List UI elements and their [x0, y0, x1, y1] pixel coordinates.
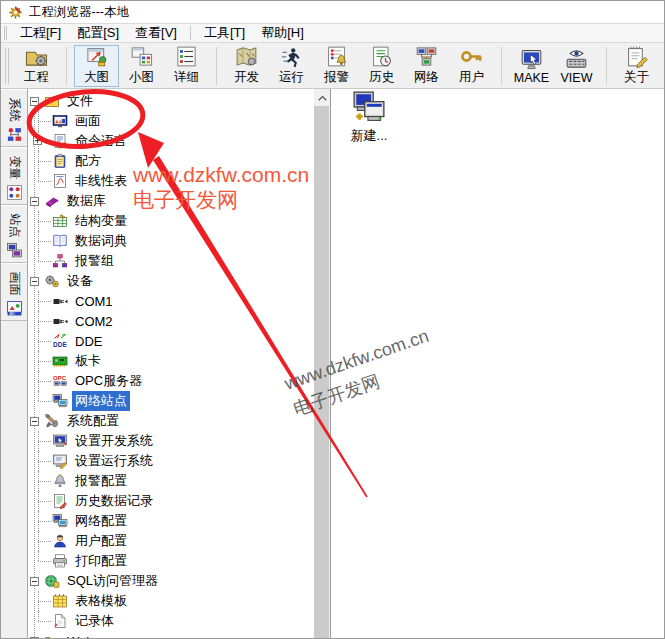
- toolbar-button-network[interactable]: 网络: [404, 45, 449, 87]
- tree-item-label: 设置运行系统: [72, 451, 156, 471]
- toolbar-button-details[interactable]: 详细: [164, 45, 209, 87]
- tree-connector: [38, 361, 51, 362]
- view-icon: [565, 47, 588, 70]
- tree-connector: [38, 551, 39, 561]
- network-icon: [415, 45, 438, 68]
- tree-item-network-config[interactable]: 网络配置: [28, 511, 314, 531]
- toolbar-button-run[interactable]: 运行: [269, 45, 314, 87]
- board-icon: [52, 353, 68, 369]
- scrollbar-thumb[interactable]: [314, 106, 329, 639]
- tab-station-icon: [6, 242, 23, 259]
- tree-item-run-system[interactable]: 设置运行系统: [28, 451, 314, 471]
- svg-text:DDE: DDE: [53, 341, 67, 348]
- tree-item-record-body[interactable]: 记录体: [28, 611, 314, 631]
- side-tab-station[interactable]: 站点: [1, 205, 27, 263]
- toolbar-button-label: VIEW: [561, 71, 593, 85]
- menu-items: 工程[F]配置[S]查看[V]工具[T]帮助[H]: [12, 23, 312, 43]
- tree-item-label: 表格模板: [72, 591, 130, 611]
- tree-item-label: 配方: [72, 151, 104, 171]
- expand-minus-icon[interactable]: [30, 97, 39, 106]
- tree-item-dev-system[interactable]: 设置开发系统: [28, 431, 314, 451]
- expand-minus-icon[interactable]: [30, 417, 39, 426]
- tree-item-board-card[interactable]: 板卡: [28, 351, 314, 371]
- tree-item-web[interactable]: Web: [28, 631, 314, 639]
- expand-minus-icon[interactable]: [30, 577, 39, 586]
- toolbar-button-label: 历史: [369, 69, 394, 86]
- tree-item-history-record[interactable]: 历史数据记录: [28, 491, 314, 511]
- tree-item-com2[interactable]: COM2: [28, 311, 314, 331]
- content-item-new-station[interactable]: 新建...: [337, 90, 401, 145]
- tree-item-label: 文件: [64, 91, 96, 111]
- tree-item-table-template[interactable]: 表格模板: [28, 591, 314, 611]
- tree-scrollbar[interactable]: [314, 89, 331, 639]
- content-pane: 新建...: [333, 89, 664, 639]
- tree-item-com1[interactable]: COM1: [28, 291, 314, 311]
- toolbar-button-project[interactable]: 工程: [14, 45, 59, 87]
- toolbar-button-make[interactable]: MAKE: [509, 45, 554, 87]
- tree-connector: [38, 561, 51, 562]
- structvar-icon: [52, 213, 68, 229]
- tree-item-user-config[interactable]: 用户配置: [28, 531, 314, 551]
- svg-text:OPC: OPC: [53, 375, 67, 381]
- toolbar-button-user[interactable]: 用户: [449, 45, 494, 87]
- toolbar-separator: [501, 47, 502, 85]
- tree-item-data-dictionary[interactable]: 数据词典: [28, 231, 314, 251]
- tree-item-file[interactable]: 文件: [28, 91, 314, 111]
- toolbar-button-small-icons[interactable]: 小图: [119, 45, 164, 87]
- tree-item-struct-variable[interactable]: 结构变量: [28, 211, 314, 231]
- side-tab-variable[interactable]: 变量: [1, 147, 27, 205]
- tree-item-alarm-config[interactable]: 报警配置: [28, 471, 314, 491]
- tree-item-opc-server[interactable]: OPCOPC服务器: [28, 371, 314, 391]
- side-tab-label: 站点: [6, 213, 23, 237]
- side-tab-screen[interactable]: 画面ABC: [1, 263, 27, 321]
- user-icon: [460, 45, 483, 68]
- toolbar-button-label: 小图: [129, 69, 154, 86]
- tree-item-database[interactable]: 数据库: [28, 191, 314, 211]
- tree-item-label: 报警组: [72, 251, 117, 271]
- menu-item-config[interactable]: 配置[S]: [69, 23, 127, 43]
- tree-connector: [38, 461, 51, 462]
- tree-item-label: 命令语言: [72, 131, 130, 151]
- tree-connector: [38, 251, 39, 261]
- expand-minus-icon[interactable]: [30, 277, 39, 286]
- menu-item-view[interactable]: 查看[V]: [127, 23, 185, 43]
- tree-item-command-language[interactable]: 命令语言: [28, 131, 314, 151]
- tree-item-system-config[interactable]: 系统配置: [28, 411, 314, 431]
- toolbar-button-history[interactable]: 历史: [359, 45, 404, 87]
- side-tab-system[interactable]: 系统: [1, 89, 27, 147]
- tree-item-recipe[interactable]: 配方: [28, 151, 314, 171]
- expand-minus-icon[interactable]: [30, 197, 39, 206]
- toolbar-button-about[interactable]: 关于: [614, 45, 659, 87]
- title-bar: 工程浏览器---本地: [1, 1, 664, 23]
- tree-item-label: 数据库: [64, 191, 109, 211]
- tree-item-label: 打印配置: [72, 551, 130, 571]
- toolbar-button-alarm[interactable]: 报警: [314, 45, 359, 87]
- side-tab-labelbox: 系统: [1, 92, 27, 126]
- menu-item-project[interactable]: 工程[F]: [12, 23, 69, 43]
- tree-item-nonlinear-table[interactable]: 非线性表: [28, 171, 314, 191]
- recipe-icon: [52, 153, 68, 169]
- toolbar-button-develop[interactable]: 开发: [224, 45, 269, 87]
- scroll-up-icon[interactable]: [314, 89, 330, 106]
- menu-grip: [4, 26, 7, 40]
- alarm-icon: [325, 45, 348, 68]
- tree-item-picture[interactable]: 画面: [28, 111, 314, 131]
- toolbar-button-large-icons[interactable]: 大图: [74, 45, 119, 87]
- tree-item-dde[interactable]: DDEDDE: [28, 331, 314, 351]
- expand-plus-icon[interactable]: [33, 136, 42, 145]
- tree-item-device[interactable]: 设备: [28, 271, 314, 291]
- script-icon: [52, 133, 68, 149]
- toolbar-button-view[interactable]: VIEW: [554, 45, 599, 87]
- app-icon: [8, 5, 23, 20]
- tree-item-print-config[interactable]: 打印配置: [28, 551, 314, 571]
- project-browser-window: 工程浏览器---本地 工程[F]配置[S]查看[V]工具[T]帮助[H] 工程大…: [0, 0, 665, 639]
- menu-item-help[interactable]: 帮助[H]: [253, 23, 312, 43]
- tree-connector: [38, 261, 51, 262]
- menu-item-tools[interactable]: 工具[T]: [196, 23, 253, 43]
- tree-item-alarm-group[interactable]: 报警组: [28, 251, 314, 271]
- tree-connector: [38, 401, 51, 402]
- tree-item-sql-access-manager[interactable]: SQL访问管理器: [28, 571, 314, 591]
- side-tab-labelbox: 站点: [1, 208, 27, 242]
- webfolder-icon: [44, 633, 60, 639]
- tree-item-network-station[interactable]: 网络站点: [28, 391, 314, 411]
